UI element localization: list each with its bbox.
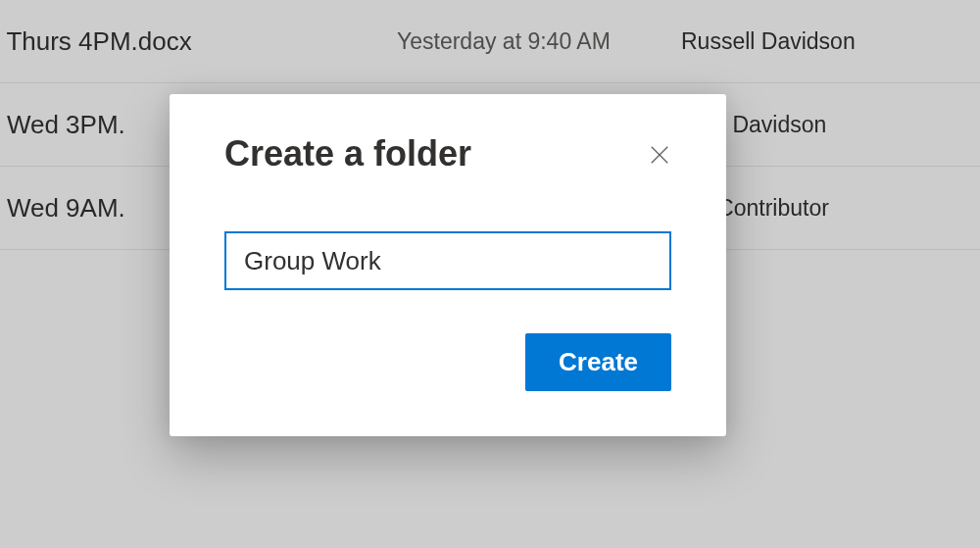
create-folder-modal: Create a folder Create [170, 94, 726, 436]
folder-name-input[interactable] [224, 231, 671, 290]
close-button[interactable] [642, 137, 677, 173]
modal-actions: Create [224, 333, 671, 391]
create-button[interactable]: Create [525, 333, 671, 391]
close-icon [649, 144, 670, 166]
modal-title: Create a folder [224, 133, 671, 174]
